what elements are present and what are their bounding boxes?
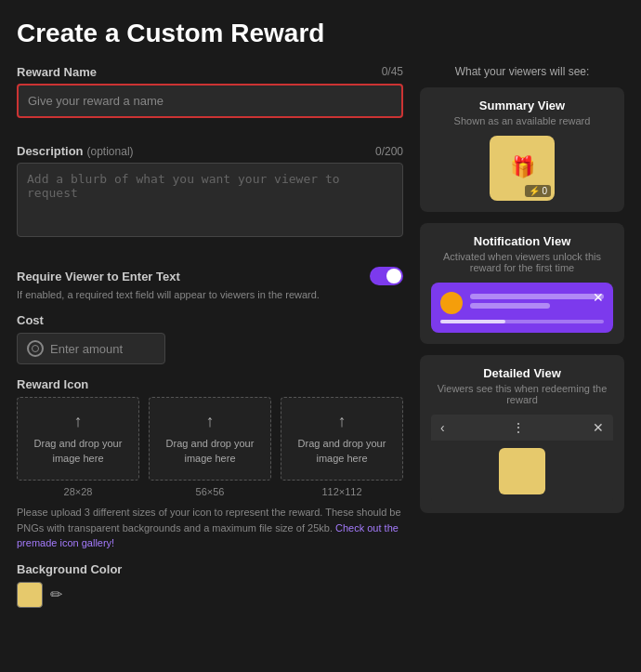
color-pencil-icon[interactable]: ✏	[50, 586, 62, 603]
reward-name-label: Reward Name	[17, 65, 97, 79]
upload-arrow-2: ↑	[206, 412, 215, 431]
icon-box-1-text: Drag and drop your image here	[23, 437, 133, 466]
notification-view-subtitle: Activated when viewers unlock this rewar…	[431, 251, 613, 273]
icon-boxes: ↑ Drag and drop your image here ↑ Drag a…	[17, 397, 403, 481]
description-textarea[interactable]	[17, 163, 403, 237]
icon-box-3-text: Drag and drop your image here	[287, 437, 397, 466]
notif-line-1	[470, 294, 604, 299]
detailed-back-icon[interactable]: ‹	[440, 420, 445, 435]
notif-row	[440, 292, 604, 314]
cost-section: Cost	[17, 313, 403, 364]
notif-close-icon[interactable]: ✕	[593, 290, 604, 305]
bg-color-section: Background Color ✏	[17, 562, 403, 608]
require-text-description: If enabled, a required text field will a…	[17, 289, 403, 300]
require-text-row: Require Viewer to Enter Text	[17, 267, 403, 285]
detailed-close-icon[interactable]: ✕	[593, 420, 604, 435]
notif-avatar	[440, 292, 463, 314]
reward-name-input[interactable]	[17, 84, 403, 118]
summary-badge-icon: ⚡	[529, 186, 540, 196]
icon-size-3: 112×112	[281, 486, 403, 497]
cost-icon	[27, 340, 44, 357]
notification-visual: ✕	[431, 283, 613, 333]
cost-input-wrapper	[17, 333, 165, 364]
upload-arrow-1: ↑	[74, 412, 83, 431]
notification-view-title: Notification View	[431, 234, 613, 248]
summary-tile-icon: 🎁	[510, 155, 535, 179]
notif-progress-fill	[440, 320, 505, 323]
reward-name-char-count: 0/45	[382, 65, 403, 79]
icon-size-1: 28×28	[17, 486, 139, 497]
cost-input[interactable]	[50, 342, 155, 356]
detailed-toolbar: ‹ ⋮ ✕	[431, 415, 613, 441]
bg-color-row: ✏	[17, 582, 403, 608]
summary-tile: 🎁 ⚡ 0	[490, 136, 555, 201]
summary-badge-count: 0	[542, 186, 547, 196]
icon-box-28[interactable]: ↑ Drag and drop your image here	[17, 397, 139, 481]
summary-tile-badge: ⚡ 0	[525, 185, 551, 197]
description-label-row: Description(optional) 0/200	[17, 144, 403, 158]
require-text-toggle[interactable]	[370, 267, 403, 285]
require-text-label: Require Viewer to Enter Text	[17, 270, 180, 283]
color-swatch[interactable]	[17, 582, 43, 608]
detailed-content	[431, 441, 613, 502]
notif-text-lines	[470, 294, 604, 312]
detailed-view-title: Detailed View	[431, 366, 613, 380]
summary-visual: 🎁 ⚡ 0	[431, 136, 613, 201]
cost-icon-inner	[32, 345, 39, 352]
icon-size-2: 56×56	[149, 486, 271, 497]
icon-note: Please upload 3 different sizes of your …	[17, 505, 403, 551]
reward-name-section: Reward Name 0/45	[17, 65, 403, 131]
icon-size-labels: 28×28 56×56 112×112	[17, 486, 403, 497]
preview-right-column: What your viewers will see: Summary View…	[420, 65, 624, 608]
detailed-tile	[499, 448, 545, 494]
require-text-section: Require Viewer to Enter Text If enabled,…	[17, 267, 403, 300]
summary-view-card: Summary View Shown as an available rewar…	[420, 87, 624, 212]
reward-icon-section: Reward Icon ↑ Drag and drop your image h…	[17, 377, 403, 551]
cost-label: Cost	[17, 313, 403, 327]
reward-name-label-row: Reward Name 0/45	[17, 65, 403, 79]
description-section: Description(optional) 0/200	[17, 144, 403, 254]
notif-progress-bar	[440, 320, 604, 323]
detailed-view-card: Detailed View Viewers see this when rede…	[420, 355, 624, 513]
notification-view-card: Notification View Activated when viewers…	[420, 223, 624, 344]
description-label-text: Description(optional)	[17, 144, 134, 158]
bg-color-label: Background Color	[17, 562, 403, 576]
summary-view-title: Summary View	[431, 99, 613, 112]
notif-line-2	[470, 303, 550, 309]
upload-arrow-3: ↑	[338, 412, 347, 431]
icon-box-56[interactable]: ↑ Drag and drop your image here	[149, 397, 271, 481]
reward-icon-label: Reward Icon	[17, 377, 403, 391]
page-title: Create a Custom Reward	[17, 19, 624, 48]
viewers-see-label: What your viewers will see:	[420, 65, 624, 78]
detailed-more-icon[interactable]: ⋮	[512, 420, 525, 435]
detailed-visual: ‹ ⋮ ✕	[431, 415, 613, 502]
icon-box-2-text: Drag and drop your image here	[155, 437, 265, 466]
icon-box-112[interactable]: ↑ Drag and drop your image here	[281, 397, 403, 481]
description-char-count: 0/200	[375, 145, 403, 158]
detailed-view-subtitle: Viewers see this when redeeming the rewa…	[431, 383, 613, 405]
summary-view-subtitle: Shown as an available reward	[431, 115, 613, 126]
form-left-column: Reward Name 0/45 Description(optional) 0…	[17, 65, 403, 608]
